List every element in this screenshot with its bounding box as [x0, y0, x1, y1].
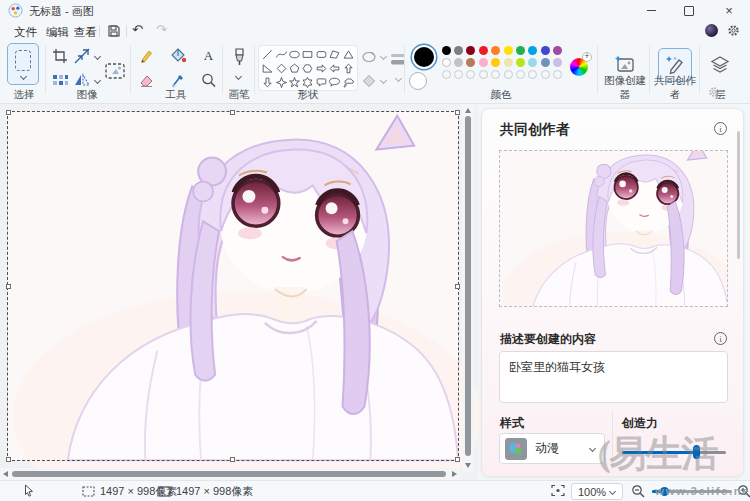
curve-shape-icon[interactable]	[275, 48, 288, 61]
oval-shape-icon[interactable]	[288, 48, 301, 61]
palette-color-swatch[interactable]	[491, 46, 500, 55]
palette-color-swatch[interactable]	[466, 46, 475, 55]
minimize-button[interactable]	[634, 0, 668, 21]
zoom-slider-handle[interactable]	[660, 487, 669, 496]
creativity-handle[interactable]	[693, 445, 700, 459]
close-button[interactable]: ×	[712, 0, 746, 21]
text-tool-icon[interactable]: A	[200, 47, 217, 64]
palette-color-swatch[interactable]	[516, 58, 525, 67]
shape-outline-icon[interactable]	[362, 50, 376, 64]
palette-empty-slot[interactable]	[541, 70, 550, 79]
palette-color-swatch[interactable]	[553, 46, 562, 55]
arrow-left-shape-icon[interactable]	[328, 62, 341, 75]
style-dropdown[interactable]: 动漫	[499, 433, 605, 464]
scroll-up-arrow[interactable]	[465, 108, 471, 113]
chevron-down-icon[interactable]	[20, 74, 27, 79]
zoom-in-button[interactable]	[737, 484, 750, 498]
pentagon-shape-icon[interactable]	[288, 62, 301, 75]
magnifier-icon[interactable]	[200, 72, 217, 89]
canvas[interactable]	[8, 112, 458, 460]
zoom-level-dropdown[interactable]: 100%	[571, 483, 623, 500]
info-icon[interactable]: i	[714, 122, 727, 135]
scroll-left-arrow[interactable]	[3, 471, 8, 477]
eraser-icon[interactable]	[138, 72, 155, 89]
palette-empty-slot[interactable]	[491, 70, 500, 79]
maximize-button[interactable]	[672, 0, 706, 21]
selection-handle[interactable]	[6, 457, 11, 462]
arrow-down-shape-icon[interactable]	[261, 76, 274, 89]
star-6-shape-icon[interactable]	[301, 76, 314, 89]
fit-to-screen-button[interactable]	[551, 484, 565, 497]
star-4-shape-icon[interactable]	[275, 76, 288, 89]
color-picker-icon[interactable]	[170, 72, 187, 89]
palette-color-swatch[interactable]	[541, 46, 550, 55]
palette-empty-slot[interactable]	[516, 70, 525, 79]
star-5-shape-icon[interactable]	[288, 76, 301, 89]
horizontal-scroll-thumb[interactable]	[12, 471, 446, 477]
prompt-input[interactable]: 卧室里的猫耳女孩	[499, 351, 728, 403]
foreground-color-swatch[interactable]	[414, 47, 434, 67]
palette-empty-slot[interactable]	[454, 70, 463, 79]
palette-empty-slot[interactable]	[528, 70, 537, 79]
palette-color-swatch[interactable]	[504, 46, 513, 55]
zoom-out-button[interactable]	[631, 484, 645, 498]
chevron-down-icon[interactable]	[380, 78, 387, 83]
redo-icon[interactable]: ↷	[156, 22, 167, 37]
panel-scrollbar[interactable]	[737, 131, 740, 259]
selection-handle[interactable]	[455, 110, 460, 115]
palette-color-swatch[interactable]	[466, 58, 475, 67]
palette-color-swatch[interactable]	[541, 58, 550, 67]
palette-empty-slot[interactable]	[442, 70, 451, 79]
select-tool-button[interactable]	[7, 43, 39, 85]
zoom-slider[interactable]	[652, 490, 732, 493]
chevron-down-icon[interactable]	[380, 54, 387, 59]
palette-empty-slot[interactable]	[553, 70, 562, 79]
speech-oval-shape-icon[interactable]	[328, 76, 341, 89]
palette-color-swatch[interactable]	[454, 58, 463, 67]
resize-icon[interactable]	[74, 48, 90, 64]
rectangle-shape-icon[interactable]	[301, 48, 314, 61]
selection-handle[interactable]	[230, 110, 235, 115]
rounded-rectangle-shape-icon[interactable]	[315, 48, 328, 61]
chevron-down-icon[interactable]	[94, 54, 101, 59]
scroll-right-arrow[interactable]	[452, 471, 457, 477]
speech-rounded-shape-icon[interactable]	[315, 76, 328, 89]
selection-pattern-icon[interactable]	[52, 72, 68, 88]
brush-icon[interactable]	[232, 48, 247, 68]
flip-icon[interactable]	[74, 72, 90, 88]
palette-color-swatch[interactable]	[491, 58, 500, 67]
info-icon[interactable]: i	[714, 332, 727, 345]
triangle-shape-icon[interactable]	[342, 48, 355, 61]
creativity-slider[interactable]	[622, 445, 726, 459]
selection-handle[interactable]	[455, 457, 460, 462]
selection-handle[interactable]	[455, 284, 460, 289]
panel-settings-gear-icon[interactable]	[708, 86, 720, 98]
line-shape-icon[interactable]	[261, 48, 274, 61]
palette-color-swatch[interactable]	[479, 46, 488, 55]
hexagon-shape-icon[interactable]	[301, 62, 314, 75]
account-avatar[interactable]	[705, 24, 718, 37]
thought-cloud-shape-icon[interactable]	[342, 76, 355, 89]
palette-color-swatch[interactable]	[442, 58, 451, 67]
fill-bucket-icon[interactable]	[170, 47, 187, 64]
palette-empty-slot[interactable]	[504, 70, 513, 79]
save-icon[interactable]	[106, 23, 122, 39]
palette-color-swatch[interactable]	[442, 46, 451, 55]
chevron-down-icon[interactable]	[94, 78, 101, 83]
horizontal-scrollbar[interactable]	[0, 468, 460, 480]
settings-gear-icon[interactable]	[727, 24, 740, 37]
shape-fill-icon[interactable]	[362, 74, 376, 88]
palette-color-swatch[interactable]	[528, 58, 537, 67]
canvas-resize-icon[interactable]	[104, 60, 126, 82]
palette-color-swatch[interactable]	[528, 46, 537, 55]
selection-handle[interactable]	[6, 110, 11, 115]
palette-color-swatch[interactable]	[454, 46, 463, 55]
selection-handle[interactable]	[6, 284, 11, 289]
right-triangle-shape-icon[interactable]	[261, 62, 274, 75]
arrow-right-shape-icon[interactable]	[315, 62, 328, 75]
layers-button[interactable]	[703, 48, 737, 82]
crop-icon[interactable]	[52, 48, 68, 64]
palette-color-swatch[interactable]	[516, 46, 525, 55]
selection-handle[interactable]	[230, 457, 235, 462]
generated-image-preview[interactable]	[499, 150, 728, 307]
